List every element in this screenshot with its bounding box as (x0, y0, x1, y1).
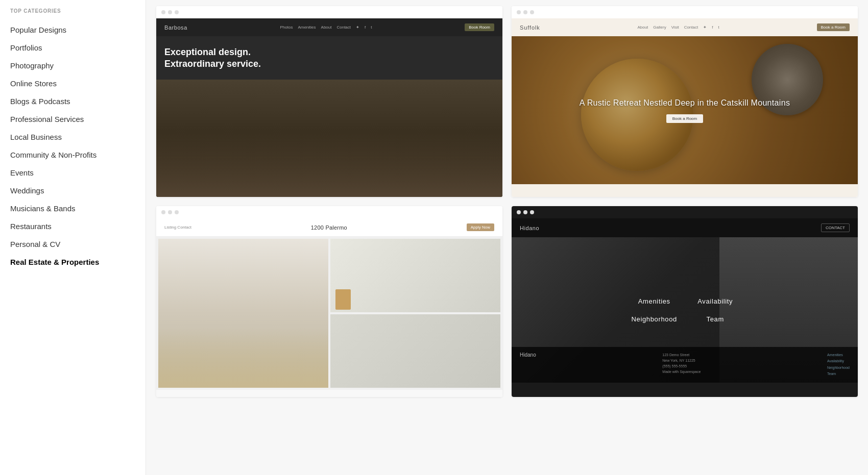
barbosa-nav-photos: Photos (280, 25, 293, 30)
sidebar-item-photography[interactable]: Photography (10, 57, 135, 74)
sidebar-item-online-stores[interactable]: Online Stores (10, 74, 135, 92)
sidebar-item-local-business[interactable]: Local Business (10, 128, 135, 146)
sidebar-item-real-estate[interactable]: Real Estate & Properties (10, 253, 135, 271)
hidano-contact-button[interactable]: CONTACT (821, 223, 850, 232)
suffolk-nav-social-3: t (718, 25, 719, 30)
palermo-logo: 1200 Palermo (311, 224, 347, 231)
palermo-nav: Listing Contact 1200 Palermo Apply Now (156, 218, 502, 237)
hidano-menu-amenities: Amenities (632, 297, 677, 305)
window-dot-10 (517, 210, 521, 214)
barbosa-nav-social-2: f (365, 25, 366, 30)
barbosa-nav-social-1: ✦ (356, 25, 359, 30)
suffolk-nav-visit: Visit (671, 25, 679, 30)
suffolk-hero-text: A Rustic Retreat Nestled Deep in the Cat… (580, 97, 790, 109)
window-dot-9 (175, 210, 179, 214)
window-dot-4 (517, 10, 521, 14)
suffolk-nav-social-2: f (712, 25, 713, 30)
barbosa-nav-about: About (321, 25, 332, 30)
barbosa-book-button[interactable]: Book Room (465, 23, 494, 31)
barbosa-preview: Barbosa Photos Amenities About Contact ✦… (156, 18, 502, 197)
hidano-menu-availability: Availability (692, 297, 738, 305)
sidebar-item-events[interactable]: Events (10, 164, 135, 182)
hidano-footer-address: 123 Demo StreetNew York, NY 11225(555) 5… (662, 352, 701, 375)
window-dot-7 (161, 210, 165, 214)
window-dot-3 (175, 10, 179, 14)
palermo-nav-left: Listing Contact (164, 225, 191, 230)
hidano-menu-team: Team (692, 315, 738, 323)
hidano-logo: Hidano (520, 225, 539, 231)
template-card-suffolk[interactable]: Suffolk About Gallery Visit Contact ✦ f … (512, 6, 858, 197)
window-dot-1 (161, 10, 165, 14)
template-card-barbosa[interactable]: Barbosa Photos Amenities About Contact ✦… (156, 6, 502, 197)
window-bar-hidano (512, 206, 858, 218)
hidano-nav: Hidano CONTACT (512, 218, 858, 237)
suffolk-overlay: A Rustic Retreat Nestled Deep in the Cat… (512, 36, 858, 184)
sidebar-item-community-nonprofits[interactable]: Community & Non-Profits (10, 146, 135, 164)
hidano-footer: Hidano 123 Demo StreetNew York, NY 11225… (512, 347, 858, 383)
window-bar-barbosa (156, 6, 502, 18)
palermo-image (156, 237, 502, 390)
suffolk-nav: Suffolk About Gallery Visit Contact ✦ f … (512, 18, 858, 36)
suffolk-book-button[interactable]: Book a Room (817, 23, 850, 31)
sidebar-item-musicians-bands[interactable]: Musicians & Bands (10, 199, 135, 217)
suffolk-book-btn[interactable]: Book a Room (666, 114, 703, 123)
template-card-palermo[interactable]: Listing Contact 1200 Palermo Apply Now (156, 206, 502, 397)
hidano-footer-logo: Hidano (520, 352, 536, 358)
sidebar-item-personal-cv[interactable]: Personal & CV (10, 235, 135, 253)
hidano-image: Amenities Availability Neighborhood Team… (512, 237, 858, 383)
barbosa-logo: Barbosa (164, 24, 187, 31)
templates-grid: Barbosa Photos Amenities About Contact ✦… (156, 6, 858, 397)
barbosa-room-scene (156, 80, 502, 197)
sidebar-item-popular-designs[interactable]: Popular Designs (10, 21, 135, 39)
suffolk-image: A Rustic Retreat Nestled Deep in the Cat… (512, 36, 858, 184)
hidano-menu: Amenities Availability Neighborhood Team (632, 297, 738, 323)
suffolk-nav-social-1: ✦ (703, 25, 707, 30)
sidebar-item-blogs-podcasts[interactable]: Blogs & Podcasts (10, 92, 135, 110)
barbosa-nav-social-3: t (371, 25, 372, 30)
barbosa-hero: Exceptional design. Extraordinary servic… (156, 36, 502, 80)
sidebar-nav: Popular Designs Portfolios Photography O… (10, 21, 135, 271)
barbosa-nav-amenities: Amenities (298, 25, 316, 30)
suffolk-nav-links: About Gallery Visit Contact ✦ f t (637, 25, 719, 30)
main-content: Barbosa Photos Amenities About Contact ✦… (146, 0, 868, 475)
sidebar-item-portfolios[interactable]: Portfolios (10, 39, 135, 57)
window-dot-6 (530, 10, 534, 14)
sidebar-item-weddings[interactable]: Weddings (10, 182, 135, 199)
window-bar-suffolk (512, 6, 858, 18)
sidebar-section-title: TOP CATEGORIES (10, 8, 135, 14)
sidebar-item-professional-services[interactable]: Professional Services (10, 110, 135, 128)
suffolk-nav-gallery: Gallery (653, 25, 666, 30)
suffolk-logo: Suffolk (520, 24, 540, 31)
suffolk-preview: Suffolk About Gallery Visit Contact ✦ f … (512, 18, 858, 197)
sidebar: TOP CATEGORIES Popular Designs Portfolio… (0, 0, 146, 475)
window-dot-2 (168, 10, 172, 14)
window-dot-8 (168, 210, 172, 214)
palermo-preview: Listing Contact 1200 Palermo Apply Now (156, 218, 502, 397)
palermo-apply-button[interactable]: Apply Now (467, 223, 494, 231)
barbosa-nav-contact: Contact (336, 25, 351, 30)
window-dot-5 (523, 10, 527, 14)
suffolk-nav-about: About (637, 25, 648, 30)
window-dot-12 (530, 210, 534, 214)
palermo-main-photo (158, 239, 328, 388)
window-dot-11 (523, 210, 527, 214)
hidano-footer-links: AmenitiesAvailabilityNeighborhoodTeam (827, 352, 850, 378)
barbosa-image (156, 80, 502, 197)
hidano-preview: Hidano CONTACT Amenities Availability Ne… (512, 218, 858, 397)
palermo-top-right-photo (330, 239, 500, 312)
barbosa-nav: Barbosa Photos Amenities About Contact ✦… (156, 18, 502, 36)
palermo-bottom-right-photo (330, 314, 500, 388)
sidebar-item-restaurants[interactable]: Restaurants (10, 217, 135, 235)
suffolk-nav-contact: Contact (684, 25, 698, 30)
barbosa-nav-links: Photos Amenities About Contact ✦ f t (280, 25, 372, 30)
window-bar-palermo (156, 206, 502, 218)
template-card-hidano[interactable]: Hidano CONTACT Amenities Availability Ne… (512, 206, 858, 397)
barbosa-hero-text: Exceptional design. Extraordinary servic… (164, 46, 494, 70)
hidano-menu-neighborhood: Neighborhood (632, 315, 677, 323)
